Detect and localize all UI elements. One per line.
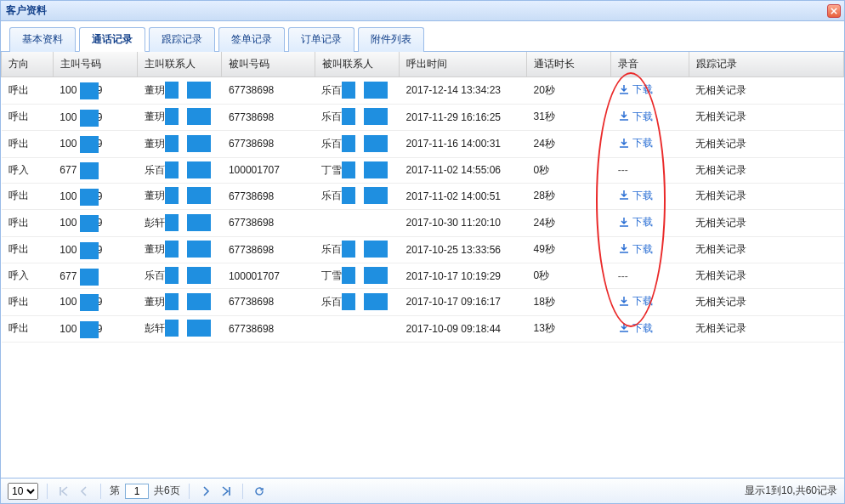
table-row[interactable]: 呼出100 1719董玥67738698乐百 水2017-10-17 09:16… [2,289,844,316]
cell-direction: 呼出 [2,210,54,237]
download-link[interactable]: 下载 [618,242,653,257]
cell-callee-contact: 乐百 水 [315,104,399,131]
download-icon [618,84,630,96]
cell-direction: 呼入 [2,157,54,183]
col-callee-number[interactable]: 被叫号码 [222,52,315,77]
cell-track: 无相关记录 [689,289,843,316]
tab-2[interactable]: 跟踪记录 [149,27,215,52]
cell-direction: 呼出 [2,289,54,316]
cell-caller-number: 677 698 [53,263,137,289]
cell-caller-contact: 董玥 [138,236,222,263]
table-row[interactable]: 呼出100 1719董玥67738698乐百 水2017-12-14 13:34… [2,77,844,105]
cell-caller-contact: 乐百 水 [138,157,222,183]
page-size-select[interactable]: 10 [8,483,38,500]
cell-caller-contact: 董玥 [138,183,222,210]
cell-track: 无相关记录 [689,315,843,343]
cell-recording: --- [611,263,689,289]
cell-recording: 下载 [611,131,689,158]
cell-recording: 下载 [611,289,689,316]
download-label: 下载 [632,136,653,150]
cell-track: 无相关记录 [689,77,843,105]
cell-caller-contact: 彭轩 [138,315,222,343]
table-row[interactable]: 呼出100 0709彭轩677386982017-10-30 11:20:102… [2,210,844,237]
table-row[interactable]: 呼出100 1719董玥67738698乐百 水2017-10-25 13:33… [2,236,844,263]
table-row[interactable]: 呼出100 1719董玥67738698乐百 水2017-11-16 14:00… [2,131,844,158]
cell-caller-contact: 董玥 [138,77,222,105]
pager-separator [100,484,101,499]
cell-duration: 0秒 [527,157,611,183]
cell-duration: 31秒 [527,104,611,131]
no-recording-label: --- [618,270,628,282]
download-link[interactable]: 下载 [618,294,653,309]
col-callee-contact[interactable]: 被叫联系人 [315,52,399,77]
col-duration[interactable]: 通话时长 [527,52,611,77]
tab-0[interactable]: 基本资料 [9,27,76,52]
table-row[interactable]: 呼出100 0709彭轩677386982017-10-09 09:18:441… [2,315,844,343]
cell-recording: 下载 [611,210,689,237]
download-link[interactable]: 下载 [618,215,653,229]
col-track[interactable]: 跟踪记录 [689,52,843,77]
col-caller-contact[interactable]: 主叫联系人 [138,52,222,77]
cell-callee-contact [315,210,399,237]
prev-page-button[interactable] [77,484,92,499]
download-link[interactable]: 下载 [618,321,653,336]
cell-direction: 呼入 [2,263,54,289]
close-icon [831,8,837,14]
col-caller-number[interactable]: 主叫号码 [53,52,137,77]
cell-recording: 下载 [611,236,689,263]
pager-bar: 10 第 共6页 显示1到10,共60记录 [1,478,844,503]
cell-track: 无相关记录 [689,236,843,263]
download-link[interactable]: 下载 [618,189,653,203]
table-row[interactable]: 呼出100 1719董玥67738698乐百 水2017-11-02 14:00… [2,183,844,210]
table-row[interactable]: 呼入677 698乐百 水100001707丁雪2017-11-02 14:55… [2,157,844,183]
cell-duration: 24秒 [527,131,611,158]
first-page-button[interactable] [56,484,71,499]
cell-callee-contact: 乐百 水 [315,183,399,210]
last-page-button[interactable] [218,484,234,499]
next-page-button[interactable] [198,484,213,499]
download-icon [618,110,630,122]
cell-call-time: 2017-11-29 16:16:25 [400,104,527,131]
cell-duration: 0秒 [527,263,611,289]
col-direction[interactable]: 方向 [2,52,54,77]
cell-caller-number: 100 1719 [53,131,137,158]
cell-track: 无相关记录 [689,104,843,131]
cell-direction: 呼出 [2,104,54,131]
cell-duration: 28秒 [527,183,611,210]
close-button[interactable] [827,4,841,18]
cell-call-time: 2017-10-30 11:20:10 [400,210,527,237]
cell-track: 无相关记录 [689,131,843,158]
cell-track: 无相关记录 [689,210,843,237]
table-row[interactable]: 呼出100 1719董玥67738698乐百 水2017-11-29 16:16… [2,104,844,131]
download-link[interactable]: 下载 [618,110,653,124]
download-icon [618,322,630,334]
download-icon [618,296,630,308]
col-recording[interactable]: 录音 [611,52,689,77]
cell-caller-number: 100 0709 [53,315,137,343]
cell-duration: 13秒 [527,315,611,343]
tab-5[interactable]: 附件列表 [358,27,424,52]
download-label: 下载 [632,321,653,336]
cell-caller-number: 100 1719 [53,289,137,316]
refresh-button[interactable] [252,484,267,499]
table-row[interactable]: 呼入677 698乐百 水100001707丁雪2017-10-17 10:19… [2,263,844,289]
titlebar: 客户资料 [1,1,844,21]
download-link[interactable]: 下载 [618,82,653,97]
table-header-row: 方向 主叫号码 主叫联系人 被叫号码 被叫联系人 呼出时间 通话时长 录音 跟踪… [2,52,844,77]
cell-callee-number: 100001707 [222,157,315,183]
cell-call-time: 2017-12-14 13:34:23 [400,77,527,105]
cell-recording: 下载 [611,77,689,105]
cell-direction: 呼出 [2,77,54,105]
tab-3[interactable]: 签单记录 [218,27,285,52]
download-link[interactable]: 下载 [618,136,653,150]
cell-call-time: 2017-10-17 10:19:29 [400,263,527,289]
page-number-input[interactable] [125,484,149,499]
cell-track: 无相关记录 [689,263,843,289]
col-call-time[interactable]: 呼出时间 [400,52,527,77]
cell-direction: 呼出 [2,236,54,263]
cell-duration: 49秒 [527,236,611,263]
cell-call-time: 2017-11-02 14:00:51 [400,183,527,210]
tab-1[interactable]: 通话记录 [79,27,145,52]
cell-caller-contact: 董玥 [138,131,222,158]
tab-4[interactable]: 订单记录 [288,27,354,52]
